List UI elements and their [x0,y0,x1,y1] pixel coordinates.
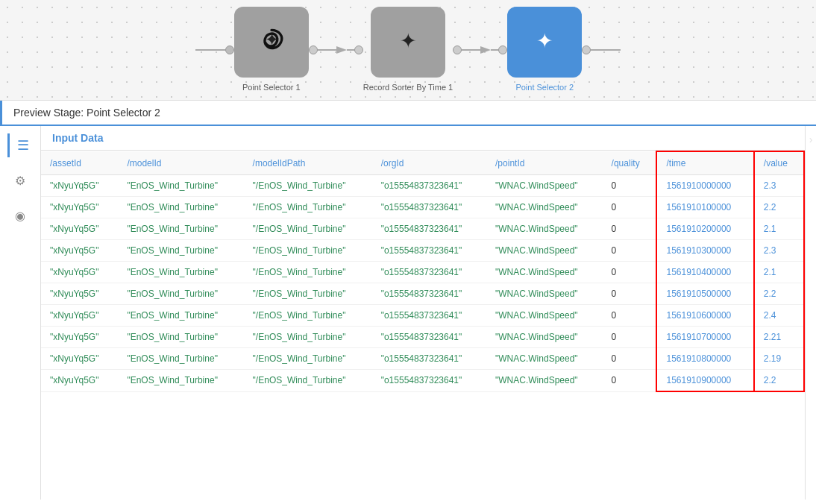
table-row: "xNyuYq5G""EnOS_Wind_Turbine""/EnOS_Wind… [41,175,804,197]
cell-quality: 0 [603,218,657,240]
cell-modelId: "EnOS_Wind_Turbine" [118,305,243,327]
col-header-orgId: /orgId [372,151,486,175]
cell-pointId: "WNAC.WindSpeed" [486,218,603,240]
cell-assetId: "xNyuYq5G" [41,218,118,240]
preview-bar: Preview Stage: Point Selector 2 [0,101,816,126]
main-area: ☰ ⚙ ◉ Input Data /assetId /modelId /mode… [0,126,816,500]
preview-label: Preview Stage: Point Selector 2 [13,107,160,119]
node-record-sorter[interactable]: ✦ Record Sorter By Time 1 [363,7,453,92]
cell-quality: 0 [603,370,657,392]
right-panel-icon: › [809,133,813,145]
cell-modelId: "EnOS_Wind_Turbine" [118,197,243,218]
cell-time: 1561910100000 [656,197,753,218]
node-box-1[interactable]: ✦ [234,7,309,78]
cell-value: 2.1 [754,218,804,240]
pipeline-area: ✦ Point Selector 1 ✦ Record Sorter By Ti… [0,0,816,101]
cell-pointId: "WNAC.WindSpeed" [486,197,603,218]
cell-value: 2.21 [754,327,804,348]
node-point-selector-1[interactable]: ✦ Point Selector 1 [234,7,309,92]
cell-time: 1561910700000 [656,327,753,348]
cell-modelIdPath: "/EnOS_Wind_Turbine" [244,240,372,262]
cell-pointId: "WNAC.WindSpeed" [486,175,603,197]
node-box-2[interactable]: ✦ [371,7,445,78]
line-out [591,49,621,51]
cell-value: 2.1 [754,262,804,283]
cell-pointId: "WNAC.WindSpeed" [486,305,603,327]
cell-pointId: "WNAC.WindSpeed" [486,283,603,305]
svg-marker-1 [336,46,347,54]
cell-orgId: "o15554837323641" [372,262,486,283]
table-row: "xNyuYq5G""EnOS_Wind_Turbine""/EnOS_Wind… [41,262,804,283]
line-2 [347,49,354,51]
cell-modelIdPath: "/EnOS_Wind_Turbine" [244,262,372,283]
table-row: "xNyuYq5G""EnOS_Wind_Turbine""/EnOS_Wind… [41,348,804,370]
gear-icon[interactable]: ⚙ [8,168,32,192]
cell-value: 2.19 [754,348,804,370]
cell-time: 1561910900000 [656,370,753,392]
col-header-quality: /quality [603,151,657,175]
cell-modelId: "EnOS_Wind_Turbine" [118,218,243,240]
cell-orgId: "o15554837323641" [372,283,486,305]
cell-assetId: "xNyuYq5G" [41,175,118,197]
svg-text:✦: ✦ [400,30,417,52]
port-out-1 [309,45,318,54]
table-body: "xNyuYq5G""EnOS_Wind_Turbine""/EnOS_Wind… [41,175,804,392]
port-out-3 [582,45,591,54]
cell-time: 1561910200000 [656,218,753,240]
cell-orgId: "o15554837323641" [372,197,486,218]
cell-assetId: "xNyuYq5G" [41,348,118,370]
list-icon[interactable]: ☰ [7,133,34,157]
eye-icon[interactable]: ◉ [8,204,32,227]
cell-quality: 0 [603,305,657,327]
cell-orgId: "o15554837323641" [372,370,486,392]
table-row: "xNyuYq5G""EnOS_Wind_Turbine""/EnOS_Wind… [41,370,804,392]
col-header-value: /value [754,151,804,175]
cell-pointId: "WNAC.WindSpeed" [486,370,603,392]
cell-value: 2.4 [754,305,804,327]
cell-pointId: "WNAC.WindSpeed" [486,262,603,283]
cell-time: 1561910000000 [656,175,753,197]
cell-assetId: "xNyuYq5G" [41,197,118,218]
node-box-3[interactable]: ✦ [507,7,582,78]
cell-modelId: "EnOS_Wind_Turbine" [118,262,243,283]
node-label-3: Point Selector 2 [515,82,574,92]
cell-value: 2.3 [754,175,804,197]
arrow-2 [480,46,491,54]
header-row: /assetId /modelId /modelIdPath /orgId /p… [41,151,804,175]
cell-quality: 0 [603,283,657,305]
line-in [195,49,225,51]
cell-quality: 0 [603,175,657,197]
right-panel: › [805,126,816,500]
connector-2-3 [453,45,507,54]
cell-time: 1561910400000 [656,262,753,283]
cell-quality: 0 [603,240,657,262]
cell-time: 1561910600000 [656,305,753,327]
swirl-icon-1: ✦ [253,24,290,61]
cell-modelIdPath: "/EnOS_Wind_Turbine" [244,218,372,240]
cell-modelIdPath: "/EnOS_Wind_Turbine" [244,327,372,348]
cell-assetId: "xNyuYq5G" [41,283,118,305]
cell-quality: 0 [603,348,657,370]
node-label-2: Record Sorter By Time 1 [363,82,453,92]
arrow-1 [336,46,347,54]
cell-modelIdPath: "/EnOS_Wind_Turbine" [244,370,372,392]
table-area[interactable]: Input Data /assetId /modelId /modelIdPat… [41,126,805,500]
node-point-selector-2[interactable]: ✦ Point Selector 2 [507,7,582,92]
col-header-time: /time [656,151,753,175]
cell-modelId: "EnOS_Wind_Turbine" [118,283,243,305]
cell-pointId: "WNAC.WindSpeed" [486,348,603,370]
cell-modelId: "EnOS_Wind_Turbine" [118,175,243,197]
cell-assetId: "xNyuYq5G" [41,370,118,392]
cell-value: 2.3 [754,240,804,262]
node-label-1: Point Selector 1 [242,82,301,92]
table-row: "xNyuYq5G""EnOS_Wind_Turbine""/EnOS_Wind… [41,305,804,327]
left-connector [195,45,234,54]
cell-modelId: "EnOS_Wind_Turbine" [118,240,243,262]
svg-text:✦: ✦ [264,30,278,49]
cell-modelId: "EnOS_Wind_Turbine" [118,327,243,348]
line-4 [491,49,498,51]
svg-marker-3 [480,46,491,54]
left-sidebar: ☰ ⚙ ◉ [0,126,41,500]
cell-orgId: "o15554837323641" [372,218,486,240]
cell-orgId: "o15554837323641" [372,327,486,348]
